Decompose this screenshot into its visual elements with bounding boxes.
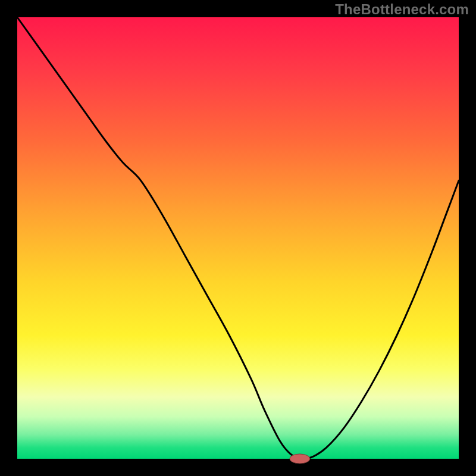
plot-background xyxy=(17,17,459,459)
watermark-text: TheBottleneck.com xyxy=(335,1,469,18)
optimal-marker xyxy=(290,454,310,464)
chart-stage: { "watermark": "TheBottleneck.com", "col… xyxy=(0,0,476,476)
chart-svg xyxy=(0,0,476,476)
